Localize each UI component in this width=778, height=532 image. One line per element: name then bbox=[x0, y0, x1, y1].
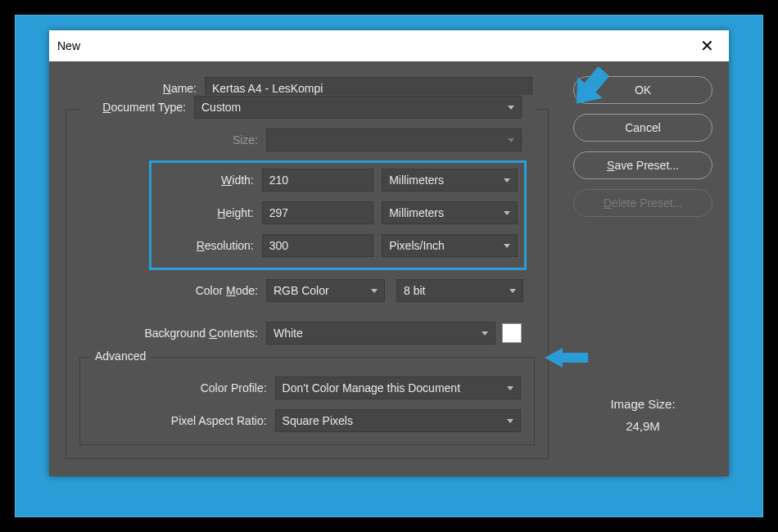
bg-contents-row: Background Contents: White bbox=[79, 321, 535, 345]
dialog-title: New bbox=[57, 39, 694, 52]
bg-contents-select[interactable]: White bbox=[266, 322, 495, 345]
cancel-button[interactable]: Cancel bbox=[573, 114, 712, 142]
advanced-group: Advanced Color Profile: Don't Color Mana… bbox=[79, 357, 535, 445]
document-settings-group: Document Type: Custom Size: Width: 210 M… bbox=[66, 109, 549, 459]
resolution-unit-select[interactable]: Pixels/Inch bbox=[382, 234, 518, 257]
image-size-label: Image Size: bbox=[573, 397, 712, 411]
button-column: OK Cancel Save Preset... Delete Preset..… bbox=[573, 76, 712, 433]
size-label: Size: bbox=[79, 133, 266, 147]
size-select[interactable] bbox=[266, 128, 522, 151]
save-preset-button[interactable]: Save Preset... bbox=[573, 151, 712, 179]
image-size-display: Image Size: 24,9M bbox=[573, 397, 712, 433]
height-input[interactable]: 297 bbox=[262, 201, 374, 224]
color-profile-select[interactable]: Don't Color Manage this Document bbox=[275, 376, 521, 399]
name-label: Name: bbox=[66, 82, 205, 95]
width-input[interactable]: 210 bbox=[262, 169, 374, 192]
color-depth-select[interactable]: 8 bit bbox=[396, 279, 523, 302]
color-profile-row: Color Profile: Don't Color Manage this D… bbox=[93, 376, 521, 400]
bg-contents-label: Background Contents: bbox=[79, 327, 266, 340]
ok-button[interactable]: OK bbox=[573, 76, 712, 104]
delete-preset-button[interactable]: Delete Preset... bbox=[573, 189, 712, 217]
height-label: Height: bbox=[158, 206, 262, 219]
resolution-input[interactable]: 300 bbox=[262, 234, 374, 257]
pixel-aspect-row: Pixel Aspect Ratio: Square Pixels bbox=[93, 408, 521, 433]
color-mode-label: Color Mode: bbox=[79, 284, 266, 297]
width-label: Width: bbox=[158, 174, 262, 187]
image-size-value: 24,9M bbox=[573, 419, 712, 433]
resolution-row: Resolution: 300 Pixels/Inch bbox=[158, 233, 518, 258]
color-mode-select[interactable]: RGB Color bbox=[266, 279, 385, 302]
document-type-select[interactable]: Custom bbox=[194, 96, 522, 119]
dimensions-highlight: Width: 210 Millimeters Height: 297 Milli… bbox=[149, 160, 527, 270]
color-profile-label: Color Profile: bbox=[93, 381, 275, 394]
resolution-label: Resolution: bbox=[158, 239, 262, 252]
width-unit-select[interactable]: Millimeters bbox=[382, 169, 518, 192]
color-mode-row: Color Mode: RGB Color 8 bit bbox=[79, 278, 535, 303]
document-type-row: Document Type: Custom bbox=[79, 95, 535, 119]
height-row: Height: 297 Millimeters bbox=[158, 201, 518, 225]
new-document-dialog: New ✕ Name: Kertas A4 - LesKompi Documen… bbox=[49, 30, 729, 476]
size-row: Size: bbox=[79, 128, 535, 152]
close-icon[interactable]: ✕ bbox=[694, 34, 721, 57]
document-type-label: Document Type: bbox=[79, 101, 194, 114]
bg-color-swatch[interactable] bbox=[502, 323, 522, 343]
dialog-body: Name: Kertas A4 - LesKompi Document Type… bbox=[49, 61, 729, 476]
height-unit-select[interactable]: Millimeters bbox=[382, 201, 518, 224]
dialog-titlebar: New ✕ bbox=[49, 30, 729, 61]
width-row: Width: 210 Millimeters bbox=[158, 168, 518, 192]
pixel-aspect-label: Pixel Aspect Ratio: bbox=[93, 414, 275, 427]
form-area: Name: Kertas A4 - LesKompi Document Type… bbox=[66, 76, 549, 459]
advanced-legend: Advanced bbox=[90, 349, 151, 363]
pixel-aspect-select[interactable]: Square Pixels bbox=[275, 409, 521, 432]
